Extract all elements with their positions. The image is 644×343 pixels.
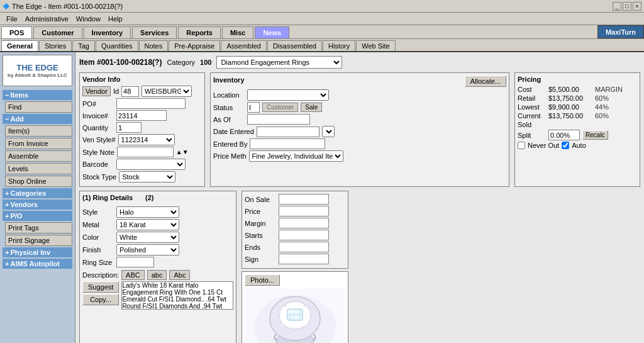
date-entered-input[interactable] bbox=[257, 127, 319, 137]
svg-point-11 bbox=[306, 323, 309, 326]
vendor-button[interactable]: Vendor bbox=[82, 86, 111, 96]
finish-select[interactable]: Polished bbox=[116, 244, 179, 256]
style-row: Style Halo bbox=[82, 206, 233, 218]
subtab-quantities[interactable]: Quantities bbox=[96, 40, 138, 51]
sub-tabs: General Stories Tag Quantities Notes Pre… bbox=[0, 39, 644, 52]
vendor-id-input[interactable] bbox=[121, 86, 139, 97]
lowest-pct: 44% bbox=[595, 103, 609, 111]
subtab-history[interactable]: History bbox=[323, 40, 355, 51]
ven-style-select[interactable]: 1122314 bbox=[118, 134, 175, 145]
subtab-website[interactable]: Web Site bbox=[356, 40, 395, 51]
tab-news[interactable]: News bbox=[255, 26, 289, 38]
quantity-input[interactable] bbox=[116, 122, 142, 133]
desc-btn-abc-lower[interactable]: abc bbox=[147, 270, 167, 280]
ring-image bbox=[248, 290, 342, 344]
subtab-tag[interactable]: Tag bbox=[72, 40, 95, 51]
sidebar-section-items[interactable]: − Items bbox=[3, 90, 72, 100]
sidebar-section-add[interactable]: − Add bbox=[3, 114, 72, 124]
sidebar-item-items[interactable]: Item(s) bbox=[5, 125, 72, 137]
subtab-notes[interactable]: Notes bbox=[139, 40, 169, 51]
allocate-button[interactable]: Allocate... bbox=[465, 76, 506, 87]
sale-button[interactable]: Sale bbox=[301, 103, 322, 112]
recalc-button[interactable]: Recalc bbox=[582, 130, 608, 140]
menu-window[interactable]: Window bbox=[72, 14, 104, 24]
subtab-pre-appraise[interactable]: Pre-Appraise bbox=[169, 40, 220, 51]
sidebar-section-aims[interactable]: + AIMS Autopilot bbox=[3, 259, 72, 269]
vendor-name-select[interactable]: WEISBURGE bbox=[142, 86, 192, 97]
menu-file[interactable]: File bbox=[3, 14, 21, 24]
ven-style-row: Ven Style# 1122314 bbox=[82, 134, 202, 145]
minimize-btn[interactable]: _ bbox=[613, 2, 621, 11]
menu-administrative[interactable]: Administrative bbox=[21, 14, 72, 24]
sale-price-input[interactable] bbox=[279, 206, 329, 216]
category-select[interactable]: Diamond Engagement Rings bbox=[216, 56, 342, 69]
sidebar-section-po[interactable]: + P/O bbox=[3, 211, 72, 221]
photo-button[interactable]: Photo... bbox=[245, 274, 280, 286]
sale-margin-input[interactable] bbox=[279, 218, 329, 228]
ring-size-input[interactable] bbox=[116, 257, 154, 267]
color-row: Color White bbox=[82, 232, 233, 243]
starts-input[interactable] bbox=[279, 230, 329, 240]
on-sale-label: On Sale bbox=[245, 196, 276, 203]
subtab-assembled[interactable]: Assembled bbox=[221, 40, 266, 51]
entered-by-input[interactable] bbox=[250, 138, 325, 149]
maxiturn-button[interactable]: MaxiTurn bbox=[597, 25, 644, 38]
suggest-button[interactable]: Suggest bbox=[82, 281, 119, 293]
sidebar-item-find[interactable]: Find bbox=[5, 101, 72, 113]
menu-help[interactable]: Help bbox=[104, 14, 126, 24]
desc-btn-abc-upper[interactable]: ABC bbox=[121, 270, 145, 280]
subtab-stories[interactable]: Stories bbox=[39, 40, 72, 51]
color-select[interactable]: White bbox=[116, 232, 179, 243]
style-select[interactable]: Halo bbox=[116, 206, 179, 218]
as-of-input[interactable] bbox=[247, 114, 310, 125]
date-calendar[interactable]: ▼ bbox=[322, 126, 335, 137]
close-btn[interactable]: × bbox=[633, 2, 641, 11]
tab-inventory[interactable]: Inventory bbox=[84, 26, 131, 38]
inventory-box: Inventory Allocate... Location Status Cu… bbox=[210, 72, 509, 187]
metal-select[interactable]: 18 Karat bbox=[116, 219, 179, 230]
copy-button[interactable]: Copy... bbox=[82, 294, 119, 305]
on-sale-input[interactable] bbox=[279, 194, 329, 205]
sidebar-section-categories[interactable]: + Categories bbox=[3, 188, 72, 198]
auto-checkbox[interactable] bbox=[562, 142, 569, 149]
tab-reports[interactable]: Reports bbox=[178, 26, 221, 38]
maximize-btn[interactable]: □ bbox=[623, 2, 631, 11]
style-note-scroll[interactable]: ▲▼ bbox=[176, 149, 189, 155]
split-input[interactable] bbox=[548, 130, 580, 140]
location-row: Location bbox=[213, 89, 506, 101]
price-meth-select[interactable]: Fine Jewelry, Individual Item... bbox=[249, 150, 343, 162]
invoice-input[interactable] bbox=[116, 110, 167, 121]
customer-button[interactable]: Customer bbox=[262, 103, 298, 112]
subtab-disassembled[interactable]: Disassembled bbox=[267, 40, 322, 51]
description-textarea[interactable]: Lady's White 18 Karat Halo Engagement Ri… bbox=[121, 281, 233, 310]
lowest-value: $9,900.00 bbox=[548, 103, 592, 111]
title-bar-controls[interactable]: _ □ × bbox=[613, 2, 641, 11]
sign-input[interactable] bbox=[279, 254, 329, 264]
desc-btn-abc-title[interactable]: Abc bbox=[169, 270, 190, 280]
sidebar-item-levels[interactable]: Levels bbox=[5, 163, 72, 174]
sidebar-section-vendors[interactable]: + Vendors bbox=[3, 200, 72, 210]
tab-misc[interactable]: Misc bbox=[222, 26, 253, 38]
stock-type-select[interactable]: Stock bbox=[119, 171, 175, 183]
style-note-input[interactable] bbox=[117, 147, 174, 157]
sidebar-item-print-tags[interactable]: Print Tags bbox=[5, 222, 72, 233]
subtab-general[interactable]: General bbox=[1, 40, 38, 51]
tab-pos[interactable]: POS bbox=[1, 26, 32, 38]
location-select[interactable] bbox=[247, 89, 329, 101]
sidebar-item-assemble[interactable]: Assemble bbox=[5, 150, 72, 162]
sidebar-item-print-signage[interactable]: Print Signage bbox=[5, 235, 72, 246]
sidebar-section-physical-inv[interactable]: + Physical Inv bbox=[3, 247, 72, 257]
on-sale-row: On Sale bbox=[245, 194, 345, 205]
barcode-select[interactable] bbox=[116, 159, 186, 170]
status-input[interactable] bbox=[247, 102, 260, 113]
sidebar-item-from-invoice[interactable]: From Invoice bbox=[5, 138, 72, 149]
sidebar-item-shop-online[interactable]: Shop Online bbox=[5, 176, 72, 187]
tab-customer[interactable]: Customer bbox=[33, 26, 82, 38]
tab-services[interactable]: Services bbox=[132, 26, 177, 38]
ends-input[interactable] bbox=[279, 242, 329, 252]
po-input[interactable] bbox=[116, 98, 186, 109]
never-out-checkbox[interactable] bbox=[518, 142, 525, 149]
price-meth-label: Price Meth bbox=[213, 152, 247, 160]
ring-size-row: Ring Size bbox=[82, 257, 233, 267]
ven-style-label: Ven Style# bbox=[82, 136, 116, 143]
